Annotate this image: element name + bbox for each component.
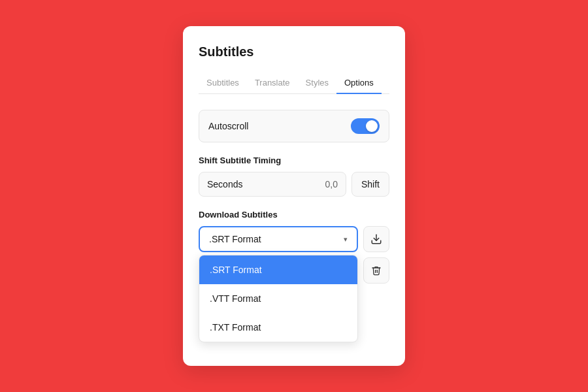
timing-unit-selector[interactable]: Seconds 0,0 [199, 172, 346, 197]
tab-bar: Subtitles Translate Styles Options [199, 73, 389, 94]
download-section: Download Subtitles .SRT Format ▾ .SRT Fo… [199, 210, 389, 284]
format-dropdown-trigger[interactable]: .SRT Format ▾ [199, 226, 358, 252]
timing-unit-label: Seconds [207, 179, 242, 189]
format-option-srt[interactable]: .SRT Format [199, 255, 357, 284]
download-icon [370, 233, 382, 245]
toggle-knob [366, 120, 378, 132]
download-top-row: .SRT Format ▾ .SRT Format .VTT Format .T… [199, 226, 358, 252]
download-button[interactable] [363, 226, 389, 252]
timing-section: Shift Subtitle Timing Seconds 0,0 Shift [199, 155, 389, 197]
tab-options[interactable]: Options [336, 73, 382, 94]
tab-styles[interactable]: Styles [298, 73, 336, 94]
format-option-vtt[interactable]: .VTT Format [199, 284, 357, 313]
autoscroll-label: Autoscroll [208, 121, 248, 131]
tab-subtitles[interactable]: Subtitles [199, 73, 247, 94]
format-dropdown-wrapper: .SRT Format ▾ .SRT Format .VTT Format .T… [199, 226, 358, 252]
tab-translate[interactable]: Translate [247, 73, 298, 94]
timing-section-label: Shift Subtitle Timing [199, 155, 389, 165]
selected-format-label: .SRT Format [209, 234, 261, 244]
download-area: .SRT Format ▾ .SRT Format .VTT Format .T… [199, 226, 389, 284]
autoscroll-row: Autoscroll [199, 110, 389, 142]
download-section-label: Download Subtitles [199, 210, 389, 220]
format-option-txt[interactable]: .TXT Format [199, 313, 357, 342]
timing-value: 0,0 [325, 179, 338, 189]
format-dropdown-menu: .SRT Format .VTT Format .TXT Format [199, 255, 358, 342]
chevron-down-icon: ▾ [344, 235, 348, 244]
autoscroll-toggle[interactable] [351, 118, 380, 134]
action-buttons [363, 226, 389, 284]
timing-row: Seconds 0,0 Shift [199, 172, 389, 197]
shift-button[interactable]: Shift [351, 172, 389, 197]
delete-button[interactable] [363, 257, 389, 284]
panel-title: Subtitles [199, 44, 389, 59]
autoscroll-section: Autoscroll [199, 110, 389, 142]
format-column: .SRT Format ▾ .SRT Format .VTT Format .T… [199, 226, 358, 252]
trash-icon [371, 265, 382, 276]
subtitles-panel: Subtitles Subtitles Translate Styles Opt… [183, 26, 405, 366]
